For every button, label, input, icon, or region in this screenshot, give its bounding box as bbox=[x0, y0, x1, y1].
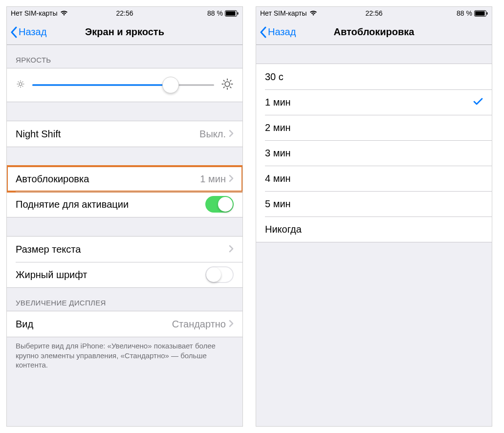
svg-line-9 bbox=[22, 86, 23, 87]
night-shift-cell[interactable]: Night Shift Выкл. bbox=[7, 121, 242, 147]
svg-line-17 bbox=[223, 80, 225, 82]
nav-bar: Назад Экран и яркость bbox=[7, 20, 242, 45]
view-cell[interactable]: Вид Стандартно bbox=[7, 311, 242, 337]
autolock-option[interactable]: 30 с bbox=[256, 64, 492, 89]
battery-icon bbox=[225, 10, 239, 17]
bold-text-switch[interactable] bbox=[205, 266, 234, 283]
autolock-option[interactable]: 2 мин bbox=[256, 115, 492, 140]
svg-point-12 bbox=[225, 82, 230, 87]
svg-line-19 bbox=[223, 87, 225, 88]
brightness-slider[interactable] bbox=[32, 76, 214, 94]
carrier-label: Нет SIM-карты bbox=[11, 9, 57, 17]
view-footer-text: Выберите вид для iPhone: «Увеличено» пок… bbox=[7, 337, 242, 377]
battery-pct: 88 % bbox=[207, 9, 223, 17]
cell-label: Night Shift bbox=[16, 129, 199, 140]
svg-rect-1 bbox=[226, 11, 236, 16]
autolock-option[interactable]: 4 мин bbox=[256, 166, 492, 191]
autolock-option[interactable]: Никогда bbox=[256, 216, 492, 242]
sun-large-icon bbox=[221, 78, 234, 92]
clock: 22:56 bbox=[365, 9, 382, 17]
cell-label: Автоблокировка bbox=[16, 173, 200, 185]
cell-label: Вид bbox=[16, 319, 172, 330]
option-label: 1 мин bbox=[265, 97, 473, 108]
chevron-right-icon bbox=[229, 173, 234, 185]
svg-line-8 bbox=[18, 82, 19, 83]
cell-label: Поднятие для активации bbox=[16, 199, 205, 210]
status-bar: Нет SIM-карты 22:56 88 % bbox=[7, 7, 242, 20]
cell-value: 1 мин bbox=[200, 173, 226, 185]
option-label: 4 мин bbox=[265, 173, 483, 184]
wifi-icon bbox=[60, 10, 68, 16]
battery-icon bbox=[474, 10, 488, 17]
svg-line-11 bbox=[22, 82, 23, 83]
autolock-option[interactable]: 3 мин bbox=[256, 140, 492, 166]
svg-rect-2 bbox=[237, 12, 238, 15]
slider-thumb[interactable] bbox=[162, 77, 179, 93]
carrier-label: Нет SIM-карты bbox=[260, 9, 307, 17]
brightness-slider-cell bbox=[7, 68, 242, 102]
chevron-right-icon bbox=[229, 244, 234, 255]
cell-label: Размер текста bbox=[16, 244, 229, 255]
wifi-icon bbox=[309, 10, 317, 16]
svg-line-20 bbox=[230, 80, 231, 82]
back-button[interactable]: Назад bbox=[259, 26, 296, 38]
bold-text-cell: Жирный шрифт bbox=[7, 262, 242, 287]
cell-value: Стандартно bbox=[172, 319, 226, 330]
svg-rect-23 bbox=[486, 12, 487, 15]
nav-bar: Назад Автоблокировка bbox=[256, 20, 492, 45]
svg-rect-22 bbox=[475, 11, 485, 16]
back-button[interactable]: Назад bbox=[10, 26, 46, 38]
option-label: Никогда bbox=[265, 224, 483, 235]
clock: 22:56 bbox=[116, 9, 133, 17]
checkmark-icon bbox=[473, 97, 483, 108]
cell-value: Выкл. bbox=[199, 129, 226, 140]
phone-display-brightness: Нет SIM-карты 22:56 88 % Назад Экран и я… bbox=[6, 6, 243, 427]
back-label: Назад bbox=[268, 26, 296, 38]
sun-small-icon bbox=[16, 79, 25, 91]
text-size-cell[interactable]: Размер текста bbox=[7, 237, 242, 262]
option-label: 3 мин bbox=[265, 148, 483, 159]
option-label: 5 мин bbox=[265, 198, 483, 210]
svg-line-10 bbox=[18, 86, 19, 87]
option-label: 2 мин bbox=[265, 122, 483, 133]
svg-line-18 bbox=[230, 87, 231, 88]
raise-to-wake-switch[interactable] bbox=[205, 196, 234, 213]
battery-pct: 88 % bbox=[457, 9, 472, 17]
back-label: Назад bbox=[19, 26, 46, 38]
cell-label: Жирный шрифт bbox=[16, 269, 205, 281]
autolock-cell[interactable]: Автоблокировка 1 мин bbox=[7, 166, 242, 192]
chevron-right-icon bbox=[229, 129, 234, 140]
phone-autolock: Нет SIM-карты 22:56 88 % Назад Автоблоки… bbox=[256, 6, 492, 427]
section-header-brightness: ЯРКОСТЬ bbox=[7, 45, 242, 68]
raise-to-wake-cell: Поднятие для активации bbox=[7, 192, 242, 217]
chevron-right-icon bbox=[229, 319, 234, 330]
option-label: 30 с bbox=[265, 71, 483, 83]
settings-content: ЯРКОСТЬ Night Shift Выкл. bbox=[7, 45, 242, 426]
section-header-display-zoom: УВЕЛИЧЕНИЕ ДИСПЛЕЯ bbox=[7, 288, 242, 311]
status-bar: Нет SIM-карты 22:56 88 % bbox=[256, 7, 492, 20]
svg-point-3 bbox=[19, 83, 22, 86]
autolock-option[interactable]: 5 мин bbox=[256, 191, 492, 216]
options-content: 30 с1 мин2 мин3 мин4 мин5 минНикогда bbox=[256, 45, 492, 426]
autolock-option[interactable]: 1 мин bbox=[256, 89, 492, 115]
